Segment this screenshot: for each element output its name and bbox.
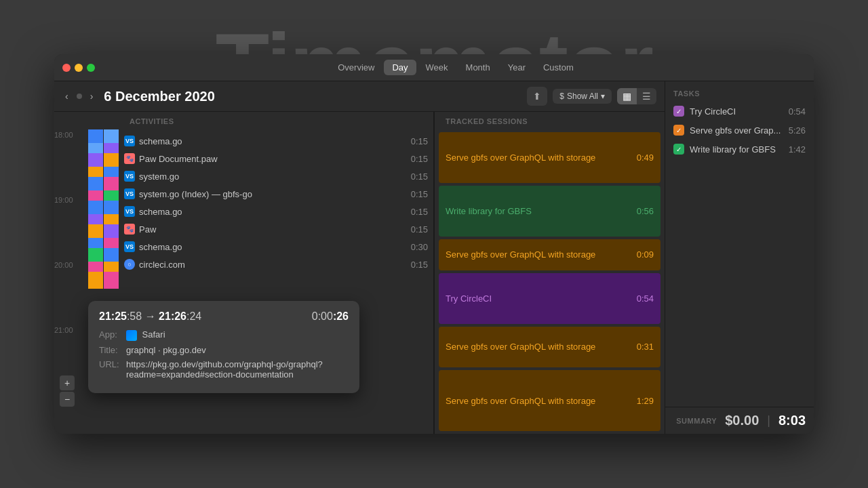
time-2000: 20:00	[54, 260, 88, 325]
chevron-down-icon: ▾	[601, 92, 605, 101]
browser-icon: ○	[124, 259, 135, 270]
tab-year[interactable]: Year	[500, 60, 534, 75]
sessions-header: TRACKED SESSIONS	[440, 115, 533, 128]
activity-name: Paw	[139, 224, 406, 235]
activity-row[interactable]: ○ circleci.com 0:15	[119, 256, 433, 273]
task-row-2[interactable]: ✓ Serve gbfs over Grap... 5:26	[665, 121, 814, 140]
titlebar: Overview Day Week Month Year Custom	[54, 54, 814, 81]
session-block-6[interactable]: Serve gbfs over GraphQL with storage 1:2…	[439, 370, 660, 431]
session-name: Serve gbfs over GraphQL with storage	[446, 342, 631, 352]
tooltip-title-label: Title:	[99, 345, 126, 355]
checkmark-icon: ✓	[676, 146, 682, 153]
session-block-2[interactable]: Write library for GBFS 0:56	[439, 186, 660, 237]
tooltip-app-value: Safari	[126, 329, 349, 341]
activity-duration: 0:15	[411, 171, 428, 182]
session-name: Try CircleCI	[446, 293, 631, 304]
task-row-1[interactable]: ✓ Try CircleCI 0:54	[665, 102, 814, 121]
list-view-button[interactable]: ▦	[617, 88, 637, 104]
main-content: ‹ › 6 December 2020 ⬆ $ Show All ▾ ▦	[54, 81, 814, 434]
task-row-3[interactable]: ✓ Write library for GBFS 1:42	[665, 140, 814, 159]
session-block-3[interactable]: Serve gbfs over GraphQL with storage 0:0…	[439, 239, 660, 270]
activity-duration: 0:15	[411, 224, 428, 235]
activity-name: system.go (Index) — gbfs-go	[139, 189, 406, 199]
dot-indicator	[77, 94, 82, 99]
checkmark-icon: ✓	[676, 127, 682, 134]
tooltip-url-row: URL: https://pkg.go.dev/github.com/graph…	[99, 359, 349, 380]
session-name: Serve gbfs over GraphQL with storage	[446, 152, 631, 163]
activity-name: circleci.com	[139, 260, 406, 270]
tooltip-end-bold: 21:26	[159, 310, 186, 322]
vscode-icon: VS	[124, 188, 135, 199]
minimize-button[interactable]	[75, 64, 83, 72]
tasks-panel: TASKS ✓ Try CircleCI 0:54 ✓ Serve gbfs o…	[665, 81, 814, 434]
activity-name: schema.go	[139, 242, 406, 252]
task-name-2: Serve gbfs over Grap...	[690, 125, 783, 136]
time-1800: 18:00	[54, 129, 88, 195]
show-all-label: Show All	[567, 92, 598, 101]
session-duration: 0:54	[637, 293, 654, 304]
next-arrow[interactable]: ›	[87, 89, 96, 103]
task-name-1: Try CircleCI	[690, 106, 783, 117]
activity-duration: 0:15	[411, 260, 428, 270]
session-block-4[interactable]: Try CircleCI 0:54	[439, 273, 660, 324]
tab-day[interactable]: Day	[384, 60, 416, 75]
tooltip-url-label: URL:	[99, 359, 126, 369]
tab-month[interactable]: Month	[458, 60, 498, 75]
activity-row[interactable]: VS schema.go 0:30	[119, 238, 433, 256]
show-all-button[interactable]: $ Show All ▾	[553, 89, 612, 104]
activity-duration: 0:15	[411, 189, 428, 199]
activity-row[interactable]: 🐾 Paw Document.paw 0:15	[119, 150, 433, 167]
zoom-out-button[interactable]: −	[60, 392, 75, 407]
share-button[interactable]: ⬆	[527, 87, 547, 106]
activity-duration: 0:15	[411, 207, 428, 217]
activities-header: ACTIVITIES	[124, 115, 180, 128]
tooltip-start-bold: 21:25	[99, 310, 127, 322]
tooltip-arrow: →	[145, 310, 159, 322]
tab-overview[interactable]: Overview	[330, 60, 382, 75]
task-checkbox-3[interactable]: ✓	[673, 144, 684, 155]
session-duration: 1:29	[637, 396, 654, 406]
tab-week[interactable]: Week	[418, 60, 456, 75]
vscode-icon: VS	[124, 136, 135, 146]
activity-name: schema.go	[139, 207, 406, 217]
close-button[interactable]	[62, 64, 71, 72]
view-toggle: ▦ ☰	[617, 88, 656, 104]
session-duration: 0:31	[637, 342, 654, 352]
tab-custom[interactable]: Custom	[535, 60, 582, 75]
activity-duration: 0:15	[411, 136, 428, 146]
zoom-in-button[interactable]: +	[60, 375, 75, 390]
nav-arrows: ‹ ›	[62, 89, 96, 103]
activity-duration: 0:30	[411, 242, 428, 252]
summary-money: $0.00	[725, 413, 759, 428]
session-name: Serve gbfs over GraphQL with storage	[446, 249, 631, 260]
tooltip-start-suffix: :58	[127, 310, 142, 322]
summary-label: SUMMARY	[676, 417, 717, 425]
task-checkbox-2[interactable]: ✓	[673, 125, 684, 136]
task-duration-1: 0:54	[789, 106, 806, 117]
session-duration: 0:56	[637, 206, 654, 216]
tooltip-duration-prefix: 0:00	[312, 310, 333, 322]
session-block-5[interactable]: Serve gbfs over GraphQL with storage 0:3…	[439, 327, 660, 367]
activity-row[interactable]: VS system.go 0:15	[119, 167, 433, 185]
activity-row[interactable]: VS schema.go 0:15	[119, 203, 433, 220]
activity-row[interactable]: VS schema.go 0:15	[119, 132, 433, 150]
vscode-icon: VS	[124, 171, 135, 182]
session-name: Serve gbfs over GraphQL with storage	[446, 396, 631, 406]
tooltip-end-suffix: :24	[186, 310, 201, 322]
task-name-3: Write library for GBFS	[690, 144, 783, 155]
task-checkbox-1[interactable]: ✓	[673, 106, 684, 117]
activity-name: system.go	[139, 171, 406, 182]
session-name: Write library for GBFS	[446, 206, 631, 216]
share-icon: ⬆	[533, 91, 541, 102]
activity-row[interactable]: VS system.go (Index) — gbfs-go 0:15	[119, 185, 433, 203]
header-bar: ‹ › 6 December 2020 ⬆ $ Show All ▾ ▦	[54, 81, 665, 112]
app-window: Overview Day Week Month Year Custom ‹ › …	[54, 54, 814, 434]
nav-tabs: Overview Day Week Month Year Custom	[106, 60, 806, 75]
activity-row[interactable]: 🐾 Paw 0:15	[119, 220, 433, 238]
lines-view-button[interactable]: ☰	[637, 88, 656, 104]
summary-time: 8:03	[778, 413, 806, 428]
tooltip-duration: 0:00:26	[312, 310, 349, 323]
maximize-button[interactable]	[87, 64, 95, 72]
prev-arrow[interactable]: ‹	[62, 89, 71, 103]
session-block-1[interactable]: Serve gbfs over GraphQL with storage 0:4…	[439, 132, 660, 183]
